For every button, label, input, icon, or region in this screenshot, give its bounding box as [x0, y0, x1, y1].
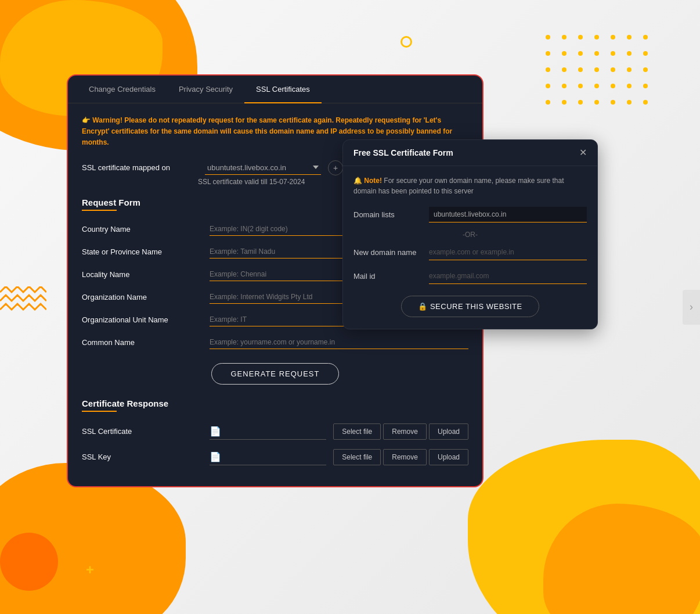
popup-note: 🔔 Note! For secure your own domain name,…	[353, 175, 587, 196]
dot	[643, 100, 648, 105]
popup-title: Free SSL Certificate Form	[353, 148, 453, 157]
popup-close-button[interactable]: ✕	[579, 148, 587, 157]
dot	[594, 100, 599, 105]
dot	[578, 100, 583, 105]
dot	[594, 67, 599, 72]
popup-domain-list-row: Domain lists ubuntutest.livebox.co.in	[353, 207, 587, 222]
popup-body: 🔔 Note! For secure your own domain name,…	[343, 166, 597, 329]
cert-response-rows: SSL Certificate📄Select fileRemoveUploadS…	[82, 423, 468, 465]
cert-response-divider	[82, 411, 117, 412]
blob-circle	[0, 533, 58, 591]
dot	[578, 51, 583, 56]
form-field-label: Common Name	[82, 338, 210, 347]
dot	[578, 84, 583, 88]
chevron-right-icon[interactable]: ›	[683, 290, 700, 325]
dot	[546, 67, 550, 72]
form-field-label: Organizational Unit Name	[82, 315, 210, 324]
popup-new-domain-row: New domain name	[353, 245, 587, 260]
generate-request-button[interactable]: GENERATE REQUEST	[211, 363, 338, 385]
blob-bottom-right-inner	[543, 504, 700, 614]
popup-new-domain-input[interactable]	[429, 245, 587, 260]
dot	[627, 67, 632, 72]
dot	[643, 35, 648, 40]
popup-domain-select[interactable]: ubuntutest.livebox.co.in	[429, 207, 587, 222]
cert-file-icon-0: 📄	[210, 426, 221, 437]
ssl-add-btn[interactable]: +	[328, 160, 343, 175]
dot	[611, 51, 615, 56]
popup-mail-label: Mail id	[353, 272, 429, 281]
popup-domain-list-label: Domain lists	[353, 210, 429, 219]
popup-mail-input[interactable]	[429, 268, 587, 284]
popup-mail-row: Mail id	[353, 268, 587, 284]
free-ssl-popup: Free SSL Certificate Form ✕ 🔔 Note! For …	[342, 139, 598, 329]
popup-new-domain-label: New domain name	[353, 248, 429, 257]
dot	[562, 35, 567, 40]
dot	[643, 84, 648, 88]
tab-change-credentials[interactable]: Change Credentials	[77, 76, 167, 103]
dot	[546, 84, 550, 88]
form-field-label: State or Province Name	[82, 247, 210, 256]
popup-mail-control	[429, 268, 587, 284]
dot	[643, 67, 648, 72]
dot	[562, 51, 567, 56]
tab-ssl-certificates[interactable]: SSL Certificates	[244, 76, 322, 103]
tab-privacy-security[interactable]: Privacy Security	[167, 76, 244, 103]
dot	[562, 100, 567, 105]
cert-response-title: Certificate Response	[82, 398, 468, 408]
zigzag-deco	[0, 286, 46, 318]
cert-btn-remove-0[interactable]: Remove	[383, 423, 427, 440]
dot	[578, 35, 583, 40]
form-row: Common Name	[82, 336, 468, 349]
circle-deco	[400, 36, 412, 48]
cert-file-area-0: 📄	[210, 423, 326, 440]
secure-website-button[interactable]: 🔒 SECURE THIS WEBSITE	[401, 296, 539, 317]
cert-btn-remove-1[interactable]: Remove	[383, 449, 427, 465]
cert-file-area-1: 📄	[210, 449, 326, 465]
dot	[546, 35, 550, 40]
form-field-input-5[interactable]	[210, 336, 468, 349]
form-field-label: Locality Name	[82, 270, 210, 279]
cert-btn-upload-1[interactable]: Upload	[429, 449, 468, 465]
dot	[627, 100, 632, 105]
or-divider: -OR-	[353, 231, 587, 239]
dot	[611, 35, 615, 40]
dot	[611, 84, 615, 88]
dot	[594, 51, 599, 56]
cert-row-label-0: SSL Certificate	[82, 427, 210, 436]
form-field-label: Organization Name	[82, 293, 210, 301]
dots-grid	[546, 35, 654, 110]
popup-header: Free SSL Certificate Form ✕	[343, 140, 597, 166]
dot	[546, 51, 550, 56]
popup-new-domain-control	[429, 245, 587, 260]
blob-bottom-right	[468, 440, 700, 614]
form-field-label: Country Name	[82, 225, 210, 234]
plus-icon-2: +	[86, 563, 94, 577]
cert-actions-0: Select fileRemoveUpload	[333, 423, 468, 440]
dot	[627, 51, 632, 56]
dot	[594, 35, 599, 40]
dot	[594, 84, 599, 88]
cert-btn-select-file-0[interactable]: Select file	[333, 423, 381, 440]
dot	[562, 84, 567, 88]
dot	[627, 35, 632, 40]
dot	[643, 51, 648, 56]
cert-btn-upload-0[interactable]: Upload	[429, 423, 468, 440]
popup-note-text: For secure your own domain name, please …	[353, 177, 564, 195]
cert-file-icon-1: 📄	[210, 451, 221, 462]
request-form-divider	[82, 210, 117, 211]
dot	[611, 100, 615, 105]
ssl-mapped-label: SSL certificate mapped on	[82, 163, 198, 172]
dot	[562, 67, 567, 72]
cert-row-label-1: SSL Key	[82, 453, 210, 461]
dot	[611, 67, 615, 72]
cert-row-0: SSL Certificate📄Select fileRemoveUpload	[82, 423, 468, 440]
dot	[578, 67, 583, 72]
dot	[546, 100, 550, 105]
cert-row-1: SSL Key📄Select fileRemoveUpload	[82, 449, 468, 465]
tabs-bar: Change Credentials Privacy Security SSL …	[68, 76, 482, 103]
ssl-domain-select[interactable]: ubuntutest.livebox.co.in	[205, 161, 321, 175]
dot	[627, 84, 632, 88]
cert-actions-1: Select fileRemoveUpload	[333, 449, 468, 465]
popup-note-label: 🔔 Note!	[353, 177, 382, 185]
cert-btn-select-file-1[interactable]: Select file	[333, 449, 381, 465]
